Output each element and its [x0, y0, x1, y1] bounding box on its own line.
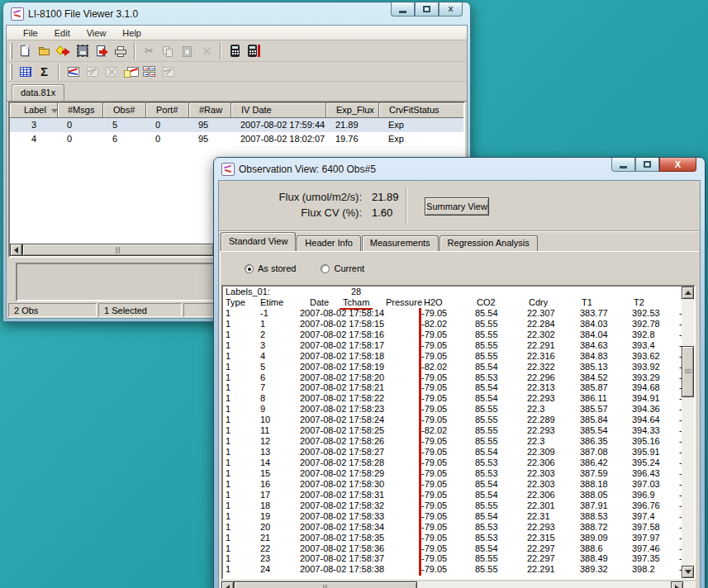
- obs-close-button[interactable]: X: [659, 158, 696, 172]
- document-tab[interactable]: data.81x: [12, 84, 64, 101]
- column-header[interactable]: IV Date: [231, 103, 326, 118]
- new-file-button[interactable]: [16, 42, 35, 60]
- measurement-row[interactable]: 1232007-08-02 17:58:37-79.05 85.5522.297…: [223, 553, 682, 564]
- scroll-left-button[interactable]: [221, 581, 234, 588]
- flux-cv-value: 1.60: [372, 205, 392, 220]
- maximize-button[interactable]: [415, 2, 439, 17]
- minimize-button[interactable]: [391, 2, 415, 17]
- col-t1: T1: [582, 297, 592, 308]
- measurement-row[interactable]: 142007-08-02 17:58:18-79.05 85.5522.3163…: [223, 351, 682, 362]
- measurement-row[interactable]: 172007-08-02 17:58:21-79.05 85.5422.3133…: [223, 382, 682, 393]
- export-icon: [95, 45, 108, 58]
- delete-button[interactable]: [197, 42, 216, 60]
- measurement-row[interactable]: 1122007-08-02 17:58:26-79.05 85.5522.338…: [223, 436, 682, 447]
- radio-label: As stored: [258, 263, 296, 273]
- print-button[interactable]: [111, 42, 130, 60]
- recompute-button[interactable]: [245, 42, 264, 60]
- current-radio[interactable]: Current: [321, 263, 364, 273]
- measurement-row[interactable]: 132007-08-02 17:58:17-79.05 85.5522.2913…: [223, 340, 682, 351]
- measurement-row[interactable]: 1152007-08-02 17:58:29-79.05 85.5322.303…: [223, 468, 682, 479]
- measurement-row[interactable]: 1162007-08-02 17:58:30-79.05 85.5422.303…: [223, 479, 682, 490]
- measurement-row[interactable]: 152007-08-02 17:58:19-82.02 85.5422.3223…: [223, 362, 682, 372]
- obs-tab[interactable]: Regression Analysis: [440, 235, 538, 251]
- column-header[interactable]: #Msgs: [58, 103, 103, 118]
- new-graph-button[interactable]: [121, 63, 140, 81]
- measurement-row[interactable]: 1192007-08-02 17:58:33-79.05 85.5422.313…: [223, 511, 682, 522]
- data-table-button[interactable]: [16, 63, 35, 81]
- scroll-thumb[interactable]: [682, 346, 694, 397]
- scroll-down-button[interactable]: [682, 566, 694, 578]
- toolbar-grip[interactable]: [10, 64, 12, 80]
- flux-label: Flux (umol/m2/s):: [226, 189, 362, 205]
- obs-tab[interactable]: Measurements: [362, 235, 439, 251]
- measurement-row[interactable]: 182007-08-02 17:58:22-79.05 85.5422.2933…: [223, 393, 682, 404]
- measurement-row[interactable]: 1102007-08-02 17:58:24-79.05 85.5522.289…: [223, 415, 682, 425]
- close-button[interactable]: X: [439, 2, 463, 17]
- measurement-row[interactable]: 1242007-08-02 17:58:38-79.05 85.5522.291…: [223, 564, 682, 575]
- menu-item[interactable]: View: [78, 26, 115, 40]
- calculator-button[interactable]: [226, 42, 245, 60]
- tile-graphs-button[interactable]: [140, 63, 159, 81]
- measurement-row[interactable]: 1142007-08-02 17:58:28-79.05 85.5322.306…: [223, 458, 682, 468]
- cut-button[interactable]: ✂: [140, 42, 159, 60]
- sort-icon: [51, 109, 58, 113]
- menu-item[interactable]: Edit: [46, 26, 78, 40]
- scroll-thumb[interactable]: [234, 581, 417, 588]
- document-tabstrip: data.81x: [7, 82, 467, 102]
- import-data-button[interactable]: [54, 42, 73, 60]
- scroll-thumb[interactable]: [22, 244, 214, 256]
- measurement-row[interactable]: 1182007-08-02 17:58:32-79.05 85.5522.301…: [223, 500, 682, 511]
- export-button[interactable]: [92, 42, 111, 60]
- open-file-button[interactable]: [35, 42, 54, 60]
- print-icon: [114, 45, 127, 58]
- save-button[interactable]: [73, 42, 92, 60]
- menu-item[interactable]: Help: [114, 26, 150, 40]
- obs-tabs: Standard ViewHeader InfoMeasurementsRegr…: [221, 232, 539, 251]
- menu-item[interactable]: File: [15, 26, 46, 40]
- copy-icon: [162, 45, 175, 58]
- measurement-row[interactable]: 1212007-08-02 17:58:35-79.05 85.5322.315…: [223, 533, 682, 543]
- scroll-right-button[interactable]: [671, 581, 683, 588]
- measurement-row[interactable]: 1222007-08-02 17:58:36-79.05 85.5422.297…: [223, 543, 682, 554]
- measurement-row[interactable]: 1112007-08-02 17:58:25-82.02 85.5522.293…: [223, 425, 682, 436]
- table-row[interactable]: 3050 952007-08-02 17:59:4421.89Exp: [10, 118, 463, 132]
- summation-icon: Σ: [38, 65, 51, 78]
- measurement-row[interactable]: 1202007-08-02 17:58:34-79.05 85.5322.293…: [223, 522, 682, 533]
- column-header[interactable]: Port#: [146, 103, 189, 118]
- measurement-row[interactable]: 1-12007-08-02 17:58:14-79.05 85.5422.307…: [223, 308, 682, 319]
- copy-button[interactable]: [159, 42, 178, 60]
- flux-cv-label: Flux CV (%):: [226, 205, 362, 220]
- measurement-row[interactable]: 1132007-08-02 17:58:27-79.05 85.5422.309…: [223, 447, 682, 458]
- scroll-up-button[interactable]: [682, 287, 694, 299]
- obs-tab[interactable]: Header Info: [297, 235, 360, 251]
- column-header[interactable]: CrvFitStatus: [379, 103, 463, 118]
- obs-tab[interactable]: Standard View: [221, 232, 296, 251]
- col-date: Date: [310, 297, 329, 308]
- close-graph-button[interactable]: [102, 63, 121, 81]
- column-header-line: Type Etime Date Tcham Pressure H2O CO2 C…: [223, 297, 682, 308]
- summation-button[interactable]: Σ: [35, 63, 54, 81]
- column-header[interactable]: #Raw: [189, 103, 231, 118]
- view-graph-button[interactable]: [64, 63, 83, 81]
- zoom-graph-button[interactable]: [159, 63, 178, 81]
- measurement-row[interactable]: 112007-08-02 17:58:15-82.02 85.5522.2843…: [223, 319, 682, 330]
- as-stored-radio[interactable]: As stored: [245, 263, 296, 273]
- summary-view-button[interactable]: Summary View: [425, 197, 489, 216]
- toolbar-grip[interactable]: [10, 43, 12, 59]
- paste-button[interactable]: [178, 42, 197, 60]
- list-hscrollbar: [221, 581, 696, 588]
- obs-maximize-button[interactable]: [635, 158, 659, 172]
- edit-graph-button[interactable]: [83, 63, 102, 81]
- column-header-label[interactable]: Label: [10, 103, 58, 118]
- column-header[interactable]: Exp_Flux: [326, 103, 379, 118]
- scroll-track[interactable]: [417, 581, 671, 588]
- scroll-left-button[interactable]: [10, 244, 22, 256]
- measurement-row[interactable]: 192007-08-02 17:58:23-79.05 85.5522.3385…: [223, 404, 682, 415]
- table-row[interactable]: 4060 952007-08-02 18:02:0719.76Exp: [10, 132, 463, 146]
- measurement-row[interactable]: 1172007-08-02 17:58:31-79.05 85.5422.306…: [223, 490, 682, 500]
- obs-minimize-button[interactable]: [611, 158, 635, 172]
- measurement-row[interactable]: 122007-08-02 17:58:16-79.05 85.5522.3023…: [223, 330, 682, 340]
- column-header[interactable]: Obs#: [103, 103, 146, 118]
- measurement-row[interactable]: 162007-08-02 17:58:20-79.05 85.5322.2963…: [223, 372, 682, 383]
- col-co2: CO2: [477, 297, 496, 308]
